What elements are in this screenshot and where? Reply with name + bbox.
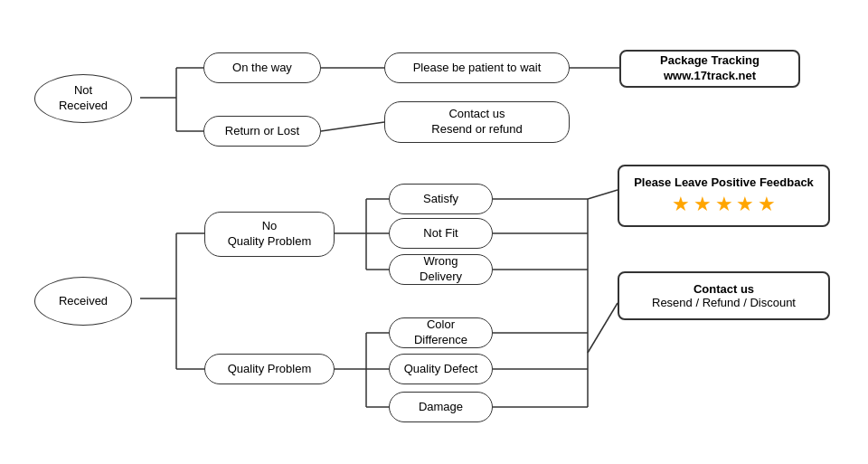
- feedback-title: Please Leave Positive Feedback: [632, 175, 816, 189]
- quality-problem-node: Quality Problem: [204, 354, 335, 384]
- contact-resend-label: Contact us Resend or refund: [431, 107, 522, 137]
- svg-line-6: [321, 122, 384, 131]
- feedback-stars: ★ ★ ★ ★ ★: [632, 193, 816, 216]
- color-diff-label: Color Difference: [402, 317, 479, 348]
- color-diff-node: Color Difference: [389, 317, 493, 348]
- svg-line-20: [588, 190, 618, 199]
- on-the-way-node: On the way: [203, 52, 321, 83]
- wrong-delivery-node: Wrong Delivery: [389, 254, 493, 285]
- patient-label: Please be patient to wait: [413, 61, 542, 76]
- contact-refund-box: Contact us Resend / Refund / Discount: [618, 271, 830, 320]
- quality-defect-node: Quality Defect: [389, 354, 493, 384]
- quality-problem-label: Quality Problem: [228, 362, 311, 377]
- return-lost-node: Return or Lost: [203, 116, 321, 147]
- not-received-node: Not Received: [34, 74, 132, 123]
- on-the-way-label: On the way: [232, 61, 292, 76]
- damage-node: Damage: [389, 392, 493, 422]
- satisfy-node: Satisfy: [389, 184, 493, 214]
- contact-refund-title: Contact us: [632, 282, 816, 296]
- patient-node: Please be patient to wait: [384, 52, 570, 83]
- wrong-delivery-label: Wrong Delivery: [402, 254, 479, 285]
- return-lost-label: Return or Lost: [225, 124, 299, 139]
- received-node: Received: [34, 277, 132, 326]
- damage-label: Damage: [419, 400, 463, 415]
- not-fit-node: Not Fit: [389, 218, 493, 249]
- flowchart-diagram: Not Received On the way Return or Lost P…: [0, 0, 868, 464]
- not-fit-label: Not Fit: [423, 226, 458, 241]
- satisfy-label: Satisfy: [423, 192, 458, 207]
- not-received-label: Not Received: [59, 83, 108, 114]
- no-quality-node: No Quality Problem: [204, 212, 335, 257]
- no-quality-label: No Quality Problem: [228, 219, 311, 250]
- contact-resend-node: Contact us Resend or refund: [384, 101, 570, 143]
- received-label: Received: [59, 294, 108, 309]
- contact-refund-sub: Resend / Refund / Discount: [632, 296, 816, 309]
- svg-line-30: [588, 303, 618, 353]
- quality-defect-label: Quality Defect: [404, 362, 478, 377]
- feedback-box: Please Leave Positive Feedback ★ ★ ★ ★ ★: [618, 165, 830, 227]
- tracking-node: Package Tracking www.17track.net: [619, 50, 800, 88]
- tracking-label: Package Tracking www.17track.net: [660, 53, 760, 84]
